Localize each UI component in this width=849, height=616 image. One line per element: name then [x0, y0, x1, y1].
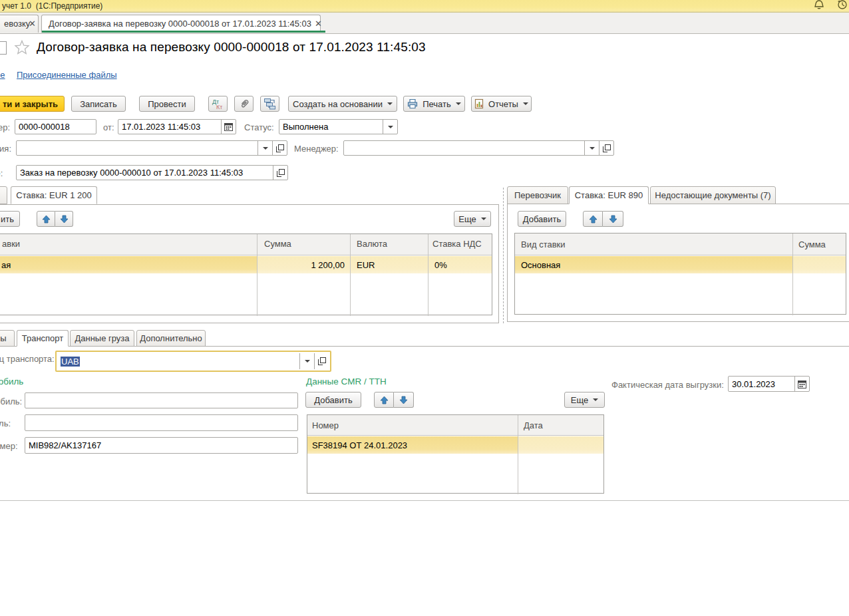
svg-text:Кт: Кт [216, 104, 222, 110]
